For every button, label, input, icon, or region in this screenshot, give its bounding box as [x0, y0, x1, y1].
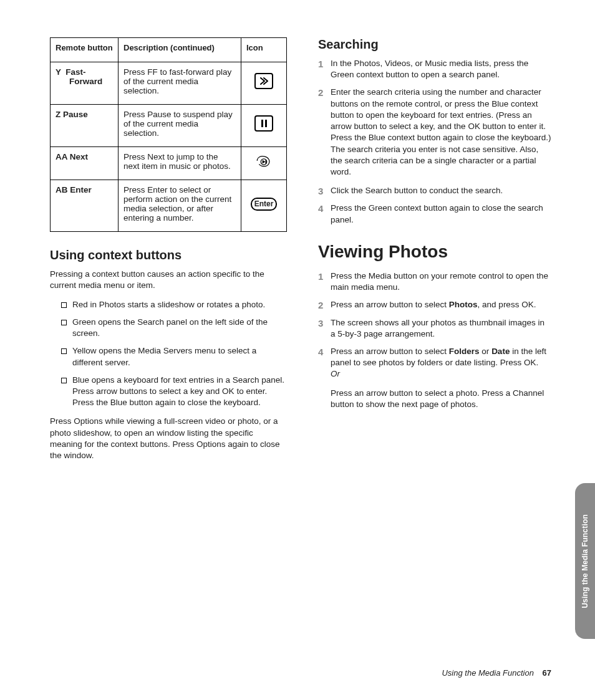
icon-cell — [241, 105, 287, 147]
context-list: Red in Photos starts a slideshow or rota… — [50, 299, 287, 409]
remote-button-cell: Z Pause — [51, 105, 119, 147]
list-item: 2 Press an arrow button to select Photos… — [318, 299, 551, 310]
icon-cell — [241, 147, 287, 180]
table-row: AA NextPress Next to jump to the next it… — [51, 147, 287, 180]
heading-context-buttons: Using context buttons — [50, 248, 287, 262]
list-item: 3Click the Search button to conduct the … — [318, 185, 551, 196]
list-item: 4Press the Green context button again to… — [318, 203, 551, 225]
th-description: Description (continued) — [119, 38, 241, 62]
section-side-tab: Using the Media Function — [575, 483, 595, 639]
remote-button-cell: AB Enter — [51, 180, 119, 232]
search-steps: 1In the Photos, Videos, or Music media l… — [318, 58, 551, 226]
list-item: 4 Press an arrow button to select Folder… — [318, 346, 551, 410]
context-intro: Pressing a context button causes an acti… — [50, 269, 287, 291]
list-item: Blue opens a keyboard for text entries i… — [61, 375, 287, 409]
description-cell: Press Pause to suspend play of the curre… — [119, 105, 241, 147]
side-tab-label: Using the Media Function — [581, 514, 589, 608]
heading-viewing-photos: Viewing Photos — [318, 242, 551, 262]
list-item: 1Press the Media button on your remote c… — [318, 271, 551, 293]
th-remote-button: Remote button — [51, 38, 119, 62]
th-icon: Icon — [241, 38, 287, 62]
list-item: Green opens the Search panel on the left… — [61, 317, 287, 339]
remote-button-cell: Y Fast-Forward — [51, 62, 119, 105]
icon-cell — [241, 62, 287, 105]
icon-cell: Enter — [241, 180, 287, 232]
list-item: 2Enter the search criteria using the num… — [318, 87, 551, 178]
list-item: 1In the Photos, Videos, or Music media l… — [318, 58, 551, 80]
next-icon — [256, 154, 272, 168]
footer-title: Using the Media Function — [442, 668, 533, 678]
pause-icon — [254, 115, 273, 132]
description-cell: Press Enter to select or perform action … — [119, 180, 241, 232]
table-row: Y Fast-ForwardPress FF to fast-forward p… — [51, 62, 287, 105]
svg-rect-0 — [261, 120, 263, 127]
list-item: 3The screen shows all your photos as thu… — [318, 317, 551, 340]
description-cell: Press Next to jump to the next item in m… — [119, 147, 241, 180]
description-cell: Press FF to fast-forward play of the cur… — [119, 62, 241, 105]
svg-rect-3 — [265, 160, 266, 163]
table-row: AB EnterPress Enter to select or perform… — [51, 180, 287, 232]
svg-rect-1 — [265, 120, 267, 127]
enter-icon: Enter — [251, 198, 278, 211]
page-footer: Using the Media Function 67 — [442, 668, 551, 678]
viewing-steps: 1Press the Media button on your remote c… — [318, 271, 551, 410]
remote-button-cell: AA Next — [51, 147, 119, 180]
context-outro: Press Options while viewing a full-scree… — [50, 416, 287, 461]
page-number: 67 — [536, 668, 551, 678]
list-item: Yellow opens the Media Servers menu to s… — [61, 345, 287, 368]
table-row: Z PausePress Pause to suspend play of th… — [51, 105, 287, 147]
fast-forward-icon — [254, 73, 273, 89]
list-item: Red in Photos starts a slideshow or rota… — [61, 299, 287, 310]
heading-searching: Searching — [318, 37, 551, 52]
remote-button-table: Remote button Description (continued) Ic… — [50, 37, 287, 232]
